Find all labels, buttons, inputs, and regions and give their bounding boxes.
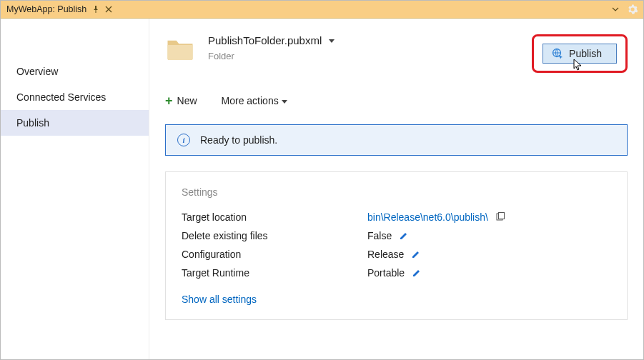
settings-row-target-location: Target location bin\Release\net6.0\publi… [182, 208, 611, 226]
copy-icon[interactable] [495, 212, 505, 222]
show-all-settings-link[interactable]: Show all settings [182, 294, 257, 305]
settings-row-configuration: Configuration Release [182, 245, 611, 264]
window-title: MyWebApp: Publish [6, 4, 86, 14]
target-location-link[interactable]: bin\Release\net6.0\publish\ [367, 211, 488, 223]
settings-row-delete-existing: Delete existing files False [182, 226, 611, 245]
new-label: New [177, 95, 197, 106]
edit-icon[interactable] [399, 231, 409, 241]
new-profile-button[interactable]: + New [165, 94, 197, 107]
profile-type: Folder [208, 51, 335, 61]
profile-filename: PublishToFolder.pubxml [208, 34, 322, 46]
settings-row-target-runtime: Target Runtime Portable [182, 264, 611, 282]
main-content: PublishToFolder.pubxml Folder Publish [149, 19, 643, 359]
profile-dropdown-icon[interactable] [329, 35, 335, 46]
publish-button-highlight: Publish [532, 34, 628, 73]
edit-icon[interactable] [411, 249, 421, 259]
sidebar-item-overview[interactable]: Overview [1, 59, 149, 84]
chevron-down-icon [282, 95, 287, 106]
settings-heading: Settings [182, 186, 611, 198]
more-actions-button[interactable]: More actions [222, 95, 287, 106]
more-actions-label: More actions [222, 95, 279, 106]
svg-rect-2 [498, 213, 504, 219]
status-message: Ready to publish. [200, 134, 277, 146]
settings-label: Delete existing files [182, 230, 367, 241]
plus-icon: + [165, 94, 173, 107]
settings-label: Target location [182, 211, 367, 223]
settings-value: False [367, 230, 392, 241]
sidebar-item-publish[interactable]: Publish [1, 110, 149, 136]
status-banner: i Ready to publish. [165, 124, 628, 156]
globe-publish-icon [552, 48, 563, 59]
sidebar-item-connected-services[interactable]: Connected Services [1, 84, 149, 110]
settings-value: Portable [367, 267, 405, 279]
folder-icon [165, 34, 195, 64]
profile-header: PublishToFolder.pubxml Folder Publish [165, 34, 628, 73]
action-row: + New More actions [165, 94, 628, 107]
window-tab[interactable]: MyWebApp: Publish [6, 4, 112, 14]
settings-card: Settings Target location bin\Release\net… [165, 171, 628, 320]
settings-label: Configuration [182, 249, 367, 260]
settings-label: Target Runtime [182, 267, 367, 279]
cursor-icon [573, 59, 585, 71]
sidebar: Overview Connected Services Publish [1, 19, 149, 359]
window-dropdown-icon[interactable] [612, 6, 619, 12]
publish-button-label: Publish [569, 48, 602, 59]
info-icon: i [177, 134, 190, 146]
edit-icon[interactable] [412, 268, 422, 278]
pin-icon[interactable] [92, 6, 99, 13]
publish-button[interactable]: Publish [543, 44, 617, 64]
title-bar: MyWebApp: Publish [1, 1, 643, 19]
close-icon[interactable] [105, 6, 112, 13]
gear-icon[interactable] [628, 4, 638, 14]
settings-value: Release [367, 249, 404, 260]
